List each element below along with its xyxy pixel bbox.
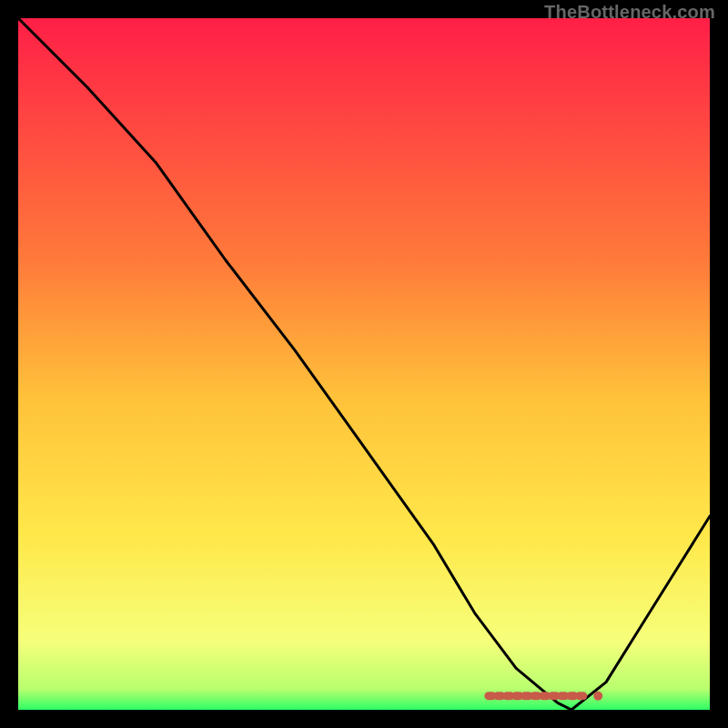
svg-point-1 [593,692,602,701]
optimal-markers [489,692,602,701]
chart-frame: TheBottleneck.com [0,0,728,728]
bottleneck-chart [18,18,710,710]
gradient-background [18,18,710,710]
